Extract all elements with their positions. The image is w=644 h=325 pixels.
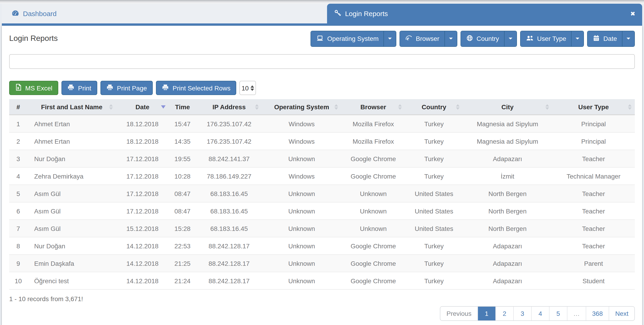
table-cell: Turkey xyxy=(405,167,463,185)
table-cell: 8 xyxy=(9,237,27,254)
table-cell: 88.242.141.37 xyxy=(196,150,262,167)
page-button-3[interactable]: 3 xyxy=(513,307,531,320)
filter-user-type[interactable]: User Type xyxy=(520,31,584,47)
app-window: Dashboard Login Reports ✖ Login Reports xyxy=(0,0,644,325)
filter-date-button[interactable]: Date xyxy=(588,31,622,46)
table-cell: North Bergen xyxy=(463,220,552,237)
table-cell: North Bergen xyxy=(463,185,552,202)
table-cell: Ahmet Ertan xyxy=(27,132,116,150)
table-row[interactable]: 7Asım Gül15.12.201815:2868.183.16.45Unkn… xyxy=(9,220,635,237)
page-button-4[interactable]: 4 xyxy=(531,307,549,320)
filter-browser[interactable]: e Browser xyxy=(400,31,457,47)
table-row[interactable]: 9Emin Daşkafa14.12.201821:2588.242.128.1… xyxy=(9,254,635,272)
table-row[interactable]: 1Ahmet Ertan18.12.201815:47176.235.107.4… xyxy=(9,115,635,132)
filter-label: Browser xyxy=(416,35,440,42)
column-header-browser[interactable]: Browser xyxy=(342,99,405,115)
pagination-ellipsis: … xyxy=(567,307,586,320)
filter-user-type-button[interactable]: User Type xyxy=(520,31,571,46)
table-cell: Technical Manager xyxy=(552,167,635,185)
table-cell: Nur Doğan xyxy=(27,237,116,254)
excel-file-icon xyxy=(15,84,22,92)
table-cell: 88.242.128.17 xyxy=(196,254,262,272)
stepper-up-icon[interactable] xyxy=(250,85,254,88)
table-cell: North Bergen xyxy=(463,202,552,220)
table-cell: Teacher xyxy=(552,150,635,167)
filter-user-type-caret[interactable] xyxy=(571,31,584,46)
filter-buttons: Operating System e Brow xyxy=(311,31,635,47)
filter-date-caret[interactable] xyxy=(622,31,634,46)
table-row[interactable]: 4Zehra Demirkaya17.12.201810:2878.186.14… xyxy=(9,167,635,185)
close-icon[interactable]: ✖ xyxy=(630,10,635,17)
table-cell: Zehra Demirkaya xyxy=(27,167,116,185)
ie-browser-icon: e xyxy=(405,34,412,43)
table-row[interactable]: 8Nur Doğan14.12.201822:5388.242.128.17Un… xyxy=(9,237,635,254)
tab-bar: Dashboard Login Reports ✖ xyxy=(2,4,642,24)
table-row[interactable]: 2Ahmet Ertan18.12.201814:35176.235.107.4… xyxy=(9,132,635,150)
ms-excel-button[interactable]: MS Excel xyxy=(9,81,58,95)
table-cell: 19:55 xyxy=(169,150,196,167)
print-selected-rows-button[interactable]: Print Selected Rows xyxy=(156,81,236,95)
chevron-down-icon xyxy=(449,38,453,40)
filter-country-button[interactable]: Country xyxy=(461,31,504,46)
filter-browser-caret[interactable] xyxy=(444,31,457,46)
table-cell: United States xyxy=(405,185,463,202)
table-cell: 14:35 xyxy=(169,132,196,150)
table-cell: 22:53 xyxy=(169,237,196,254)
table-cell: 14.12.2018 xyxy=(116,254,168,272)
table-cell: 14.12.2018 xyxy=(116,272,168,289)
window-top-shadow xyxy=(0,0,644,4)
filter-operating-system[interactable]: Operating System xyxy=(311,31,396,47)
column-header-time: Time xyxy=(169,99,196,115)
table-cell: Google Chrome xyxy=(342,272,405,289)
print-page-button[interactable]: Print Page xyxy=(100,81,153,95)
table-cell: 5 xyxy=(9,185,27,202)
column-header-user-type[interactable]: User Type xyxy=(552,99,635,115)
table-cell: Principal xyxy=(552,115,635,132)
table-cell: Unknown xyxy=(342,202,405,220)
page-button-2[interactable]: 2 xyxy=(496,307,513,320)
column-header-ip-address[interactable]: IP Address xyxy=(196,99,262,115)
search-input[interactable] xyxy=(9,54,635,69)
column-header-operating-system[interactable]: Operating System xyxy=(262,99,341,115)
table-cell: 17.12.2018 xyxy=(116,185,168,202)
table-row[interactable]: 5Asım Gül17.12.201808:4768.183.16.45Unkn… xyxy=(9,185,635,202)
table-cell: Google Chrome xyxy=(342,150,405,167)
table-cell: Ahmet Ertan xyxy=(27,115,116,132)
table-cell: Unknown xyxy=(342,185,405,202)
table-cell: Student xyxy=(552,272,635,289)
page-button-1[interactable]: 1 xyxy=(478,307,496,320)
printer-icon xyxy=(68,84,74,92)
column-header-first-and-last-name[interactable]: First and Last Name xyxy=(27,99,116,115)
page-button-368[interactable]: 368 xyxy=(586,307,609,320)
table-cell: Adapazarı xyxy=(463,150,552,167)
filter-operating-system-button[interactable]: Operating System xyxy=(311,31,384,46)
table-cell: Unknown xyxy=(262,237,341,254)
column-header-city[interactable]: City xyxy=(463,99,552,115)
filter-country-caret[interactable] xyxy=(504,31,516,46)
filter-browser-button[interactable]: e Browser xyxy=(400,31,444,46)
tab-login-reports[interactable]: Login Reports ✖ xyxy=(327,4,642,24)
pagination-next[interactable]: Next xyxy=(609,307,634,320)
filter-date[interactable]: Date xyxy=(587,31,635,47)
table-row[interactable]: 6Asım Gül17.12.201808:4768.183.16.45Unkn… xyxy=(9,202,635,220)
sort-icon-desc xyxy=(161,105,166,108)
print-button[interactable]: Print xyxy=(62,81,97,95)
column-header-date[interactable]: Date xyxy=(116,99,168,115)
table-row[interactable]: 10Öğrenci test14.12.201821:2488.242.128.… xyxy=(9,272,635,289)
page-size-stepper[interactable]: 10 xyxy=(240,81,256,95)
table-cell: Magnesia ad Sipylum xyxy=(463,132,552,150)
stepper-down-icon[interactable] xyxy=(250,88,254,91)
table-row[interactable]: 3Nur Doğan17.12.201819:5588.242.141.37Un… xyxy=(9,150,635,167)
tab-dashboard[interactable]: Dashboard xyxy=(2,4,327,24)
page-button-5[interactable]: 5 xyxy=(549,307,567,320)
filter-country[interactable]: Country xyxy=(460,31,517,47)
pagination-previous[interactable]: Previous xyxy=(440,307,478,320)
table-cell: Asım Gül xyxy=(27,185,116,202)
pagination-row: Previous12345…368Next xyxy=(9,306,635,321)
filter-operating-system-caret[interactable] xyxy=(384,31,396,46)
filter-label: Operating System xyxy=(327,35,379,42)
chevron-down-icon xyxy=(576,38,580,40)
column-header-country[interactable]: Country xyxy=(405,99,463,115)
table-cell: 68.183.16.45 xyxy=(196,220,262,237)
table-cell: 9 xyxy=(9,254,27,272)
